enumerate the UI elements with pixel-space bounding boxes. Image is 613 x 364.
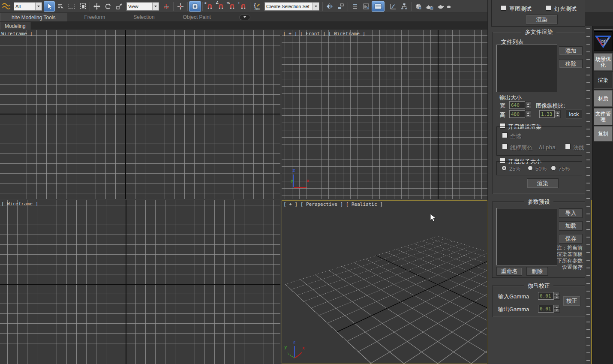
main-toolbar: All View (0, 0, 487, 13)
viewport-front-label[interactable]: [ + ] [ Front ] [ Wireframe ] (283, 31, 365, 36)
spinner-snap-toggle[interactable]: ↕ (237, 1, 249, 12)
lock-aspect-button[interactable]: lock (565, 109, 583, 119)
perspective-home-grid (285, 236, 487, 364)
material-editor-button[interactable] (413, 1, 424, 12)
toolbar-separator (187, 2, 188, 11)
wire-color-checkbox[interactable] (502, 144, 508, 149)
photon-50-radio[interactable] (528, 165, 533, 171)
side-tab-file-manage[interactable]: 文件管理 (594, 108, 613, 125)
side-tab-scene-optimize[interactable]: 场景优化 (594, 53, 613, 71)
multi-render-button[interactable]: 渲染 (527, 178, 559, 188)
rename-button[interactable]: 重命名 (496, 267, 522, 276)
photon-25-radio[interactable] (502, 165, 507, 171)
select-and-link-icon[interactable] (1, 1, 12, 12)
render-production-button[interactable] (446, 1, 451, 12)
rectangular-selection-region-button[interactable] (66, 1, 77, 12)
select-and-manipulate-button[interactable] (175, 1, 186, 12)
input-gamma-spinner[interactable] (554, 292, 560, 300)
select-all-label: 全选 (510, 132, 521, 140)
load-button[interactable]: 加载 (559, 221, 583, 231)
import-button[interactable]: 导入 (559, 208, 583, 218)
reference-coordinate-system-dropdown[interactable]: View (126, 2, 159, 11)
snaps-toggle-3d[interactable]: 3 (204, 1, 215, 12)
tab-selection[interactable]: Selection (126, 13, 162, 21)
plugin-logo-button[interactable]: CG (594, 31, 613, 51)
angle-snap-toggle[interactable]: ∠ (215, 1, 226, 12)
select-and-rotate-button[interactable] (102, 1, 114, 12)
use-pivot-point-center-button[interactable] (161, 1, 172, 12)
presets-list-box[interactable] (496, 208, 557, 265)
side-tab-material[interactable]: 材质 (594, 90, 613, 107)
tab-freeform[interactable]: Freeform (77, 13, 113, 21)
aspect-spinner[interactable] (555, 110, 561, 118)
viewport-bottom-left-label[interactable]: [ Wireframe ] (1, 201, 38, 207)
viewport-top-left[interactable]: Wireframe ] (0, 30, 280, 199)
channel-options-box: 全选 线框颜色 Alpha 法线 (496, 126, 582, 156)
select-by-name-button[interactable] (55, 1, 66, 12)
ribbon-minimize-button[interactable] (239, 15, 250, 20)
percent-snap-toggle[interactable]: % (226, 1, 237, 12)
layer-manager-button[interactable] (349, 1, 361, 12)
render-setup-button[interactable] (424, 1, 435, 12)
viewport-top-left-label[interactable]: Wireframe ] (1, 31, 33, 36)
window-crossing-toggle[interactable] (77, 1, 88, 12)
aspect-field[interactable]: 1.33 (539, 110, 555, 118)
gamma-group: 伽马校正 输入Gamma 0.01 校正 输出Gamma 0.01 (492, 286, 586, 317)
side-tab-copy[interactable]: 复制 (594, 126, 613, 141)
output-gamma-label: 输出Gamma (498, 306, 529, 313)
side-tab-render[interactable]: 渲染 (594, 72, 613, 89)
normal-checkbox[interactable] (565, 144, 571, 149)
schematic-view-button[interactable] (399, 1, 410, 12)
output-gamma-spinner[interactable] (554, 305, 560, 313)
select-all-checkbox[interactable] (502, 132, 508, 138)
chevron-down-icon (35, 3, 42, 10)
height-spinner[interactable] (525, 110, 531, 118)
width-spinner[interactable] (525, 101, 531, 109)
draft-test-checkbox[interactable] (501, 5, 506, 11)
curve-editor-button[interactable] (388, 1, 399, 12)
abc-label: ABC (255, 8, 260, 10)
viewport-perspective-label[interactable]: [ + ] [ Perspective ] [ Realistic ] (283, 202, 383, 207)
grid-origin-x-axis (0, 114, 280, 114)
light-test-checkbox[interactable] (546, 5, 551, 11)
photon-75-radio[interactable] (551, 165, 556, 171)
tab-object-paint[interactable]: Object Paint (175, 13, 219, 21)
height-field[interactable]: 480 (509, 110, 525, 118)
scene-explorer-button[interactable] (361, 1, 372, 12)
file-list-box[interactable] (496, 45, 557, 92)
brace-glyph: { (254, 2, 256, 8)
mirror-button[interactable] (324, 1, 335, 12)
select-object-button[interactable] (44, 1, 55, 12)
x-axis-label: x (306, 178, 310, 184)
named-selection-set-dropdown[interactable]: Create Selection Set (264, 2, 319, 11)
align-button[interactable] (335, 1, 346, 12)
strip-handle (594, 29, 613, 30)
selection-filter-dropdown[interactable]: All (14, 2, 42, 11)
toolbar-separator (411, 2, 412, 11)
save-button[interactable]: 保存 (559, 234, 583, 244)
add-button[interactable]: 添加 (559, 46, 583, 55)
select-and-scale-button[interactable] (114, 1, 125, 12)
percent-snap-badge: % (227, 1, 230, 5)
tab-modeling[interactable]: Modeling (0, 22, 30, 30)
panel-resize-column[interactable] (585, 26, 592, 364)
input-gamma-field[interactable]: 0.01 (538, 292, 554, 300)
viewport-bottom-left[interactable]: [ Wireframe ] (0, 200, 280, 364)
y-axis-label: y (291, 178, 294, 184)
quick-render-button[interactable]: 渲染 (526, 15, 558, 24)
select-and-move-button[interactable] (91, 1, 102, 12)
graphite-ribbon-toggle[interactable] (372, 1, 385, 12)
viewport-perspective[interactable]: [ + ] [ Perspective ] [ Realistic ] z y … (282, 200, 487, 364)
edit-named-selection-sets-button[interactable]: { ABC (252, 1, 263, 12)
top-right-filler (585, 0, 613, 12)
rendered-frame-window-button[interactable] (435, 1, 446, 12)
tab-graphite-modeling-tools[interactable]: hite Modeling Tools (0, 13, 67, 21)
spinner-snap-badge: ↕ (238, 1, 240, 5)
delete-button[interactable]: 删除 (526, 267, 548, 276)
viewport-front[interactable]: [ + ] [ Front ] [ Wireframe ] z y x (282, 30, 487, 199)
output-gamma-field[interactable]: 0.01 (538, 305, 554, 313)
remove-button[interactable]: 移除 (559, 59, 583, 68)
keyboard-shortcut-override-toggle[interactable] (189, 1, 201, 12)
width-field[interactable]: 640 (509, 101, 525, 109)
gamma-correct-button[interactable]: 校正 (563, 296, 581, 306)
